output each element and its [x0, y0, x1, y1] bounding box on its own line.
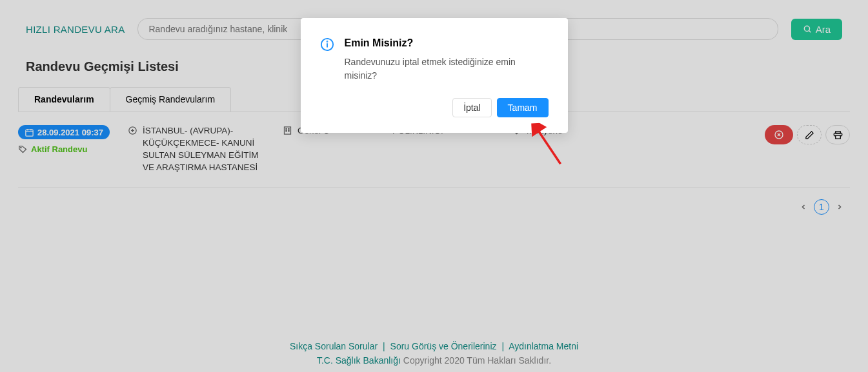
confirm-modal: Emin Misiniz? Randevunuzu iptal etmek is…	[301, 18, 568, 133]
svg-line-25	[537, 127, 561, 165]
modal-cancel-button[interactable]: İptal	[452, 98, 491, 117]
modal-title: Emin Misiniz?	[345, 37, 549, 49]
modal-message: Randevunuzu iptal etmek istediğinize emi…	[345, 55, 549, 83]
svg-point-23	[327, 41, 327, 42]
modal-confirm-button[interactable]: Tamam	[497, 98, 549, 117]
annotation-arrow	[531, 122, 569, 169]
info-icon	[320, 37, 334, 52]
